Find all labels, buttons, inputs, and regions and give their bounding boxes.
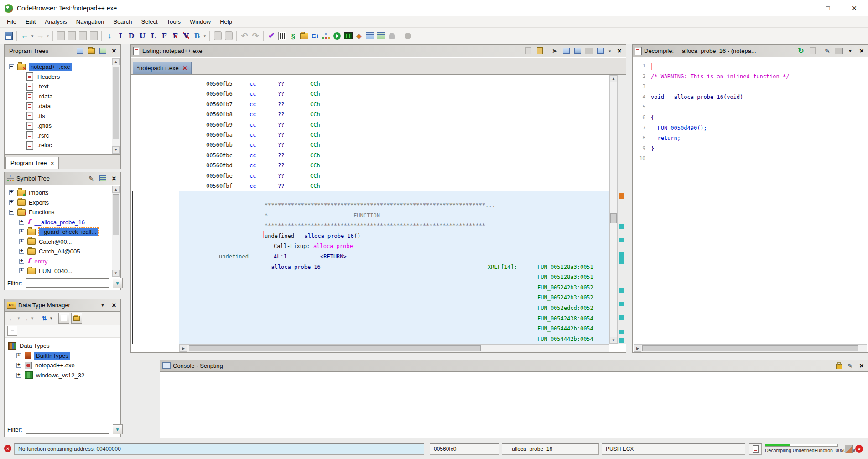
scroll-right-icon[interactable] [634, 345, 641, 352]
tree-row[interactable]: notepad++.exe [5, 361, 120, 371]
cancel-task-icon[interactable] [855, 445, 863, 453]
cursor-select-icon[interactable]: ➤ [551, 47, 559, 55]
listing-row[interactable]: 00560fbdcc??CCh [131, 160, 609, 170]
maximize-button[interactable] [815, 0, 841, 16]
xref-link[interactable]: FUN_005242b3:0052 [537, 293, 593, 303]
menu-file[interactable]: File [2, 17, 21, 26]
tree-row[interactable]: .rsrc [5, 131, 111, 141]
expand-icon[interactable] [9, 190, 14, 195]
goto-symbol-icon[interactable] [99, 175, 107, 183]
code-line[interactable]: 3 [634, 82, 868, 92]
scroll-up-icon[interactable] [112, 58, 120, 65]
scroll-down-icon[interactable] [610, 337, 617, 344]
tree-row[interactable]: Headers [5, 72, 111, 82]
symbol-filter-input[interactable] [26, 278, 109, 288]
scroll-down-icon[interactable] [112, 146, 120, 153]
script-manager-icon[interactable] [288, 31, 299, 41]
register-view-icon[interactable] [375, 31, 386, 41]
listing-row[interactable]: 00560fb9cc??CCh [131, 120, 609, 130]
tree-label-selected[interactable]: BuiltInTypes [34, 352, 70, 360]
clear-task-icon[interactable] [845, 445, 853, 453]
function-name-line[interactable]: __alloca_probe_16 XREF[14]: FUN_005128a3… [179, 262, 609, 273]
tree-label[interactable]: .text [37, 83, 49, 90]
tree-label[interactable]: __alloca_probe_16 [34, 219, 85, 226]
close-tab-icon[interactable]: × [51, 160, 53, 166]
tree-row-root[interactable]: ➤ notepad++.exe [5, 62, 111, 72]
scrollbar-thumb[interactable] [113, 194, 119, 235]
tree-row-root[interactable]: Data Types [5, 341, 120, 351]
expand-icon[interactable] [19, 259, 24, 264]
tree-label[interactable]: Exports [29, 199, 49, 206]
listing-vscrollbar[interactable] [609, 75, 618, 344]
code-line[interactable]: 7 FUN_0050d490(); [634, 123, 868, 134]
dtm-filter-arrays-icon[interactable] [58, 313, 69, 324]
listing-row[interactable]: 00560fb5cc??CCh [131, 79, 609, 89]
menu-edit[interactable]: Edit [21, 17, 40, 26]
edit-console-icon[interactable] [846, 362, 854, 370]
tree-row[interactable]: .text [5, 82, 111, 92]
dtm-sync-icon[interactable]: ⇅ [40, 313, 49, 324]
xref-link[interactable]: FUN_0052edcd:0052 [537, 303, 593, 314]
reorder-tree-icon[interactable] [99, 47, 107, 55]
close-symbol-tree-icon[interactable] [110, 175, 118, 183]
call-fixup-line[interactable]: Call-Fixup: alloca_probe [179, 241, 609, 252]
toggle-header-icon[interactable] [562, 47, 570, 55]
scrollbar-thumb[interactable] [610, 213, 617, 223]
expand-icon[interactable] [9, 200, 14, 205]
tree-row[interactable]: windows_vs12_32 [5, 371, 120, 381]
diff-view-icon[interactable] [573, 47, 582, 55]
dtm-filter-input[interactable] [26, 425, 109, 434]
listing-row[interactable]: 00560fb7cc??CCh [131, 99, 609, 109]
listing-display-icon[interactable] [596, 47, 604, 55]
expand-icon[interactable] [16, 373, 21, 378]
xref-link[interactable]: FUN_005242b3:0052 [537, 283, 593, 293]
scrollbar-thumb[interactable] [113, 67, 119, 139]
paste-icon[interactable] [535, 47, 544, 55]
code-line[interactable]: 6{ [634, 113, 868, 123]
validate-icon[interactable] [266, 31, 277, 41]
collapse-icon[interactable] [9, 210, 14, 215]
listing-row[interactable]: 00560fb8cc??CCh [131, 109, 609, 119]
create-label-icon[interactable]: L [148, 31, 159, 41]
open-tree-folder-icon[interactable] [87, 47, 95, 55]
dtm-menu-dropdown-icon[interactable] [99, 301, 107, 309]
menu-navigation[interactable]: Navigation [72, 17, 109, 26]
run-icon[interactable] [332, 31, 343, 41]
code-line[interactable]: 4void __alloca_probe_16(void) [634, 92, 868, 103]
tree-label[interactable]: .rdata [37, 93, 52, 100]
tree-row[interactable]: .tls [5, 111, 111, 121]
new-tree-icon[interactable] [76, 47, 84, 55]
collapse-icon[interactable] [9, 64, 14, 69]
return-line[interactable]: undefined AL:1 <RETURN> [179, 252, 609, 262]
close-tab-icon[interactable]: ✕ [182, 65, 187, 72]
menu-help[interactable]: Help [215, 17, 237, 26]
tree-label[interactable]: .data [37, 103, 51, 109]
delete-function-icon[interactable]: F [170, 31, 181, 41]
listing-row[interactable]: 00560fbacc??CCh [131, 130, 609, 140]
scroll-down-icon[interactable] [112, 270, 120, 277]
decompile-hscrollbar[interactable] [634, 344, 867, 352]
code-line[interactable]: 8 return; [634, 133, 868, 144]
filter-options-icon[interactable] [113, 424, 123, 434]
tree-label-root[interactable]: notepad++.exe [29, 63, 72, 71]
listing-row[interactable]: 00560fbfcc??CCh [131, 181, 609, 191]
menu-tools[interactable]: Tools [162, 17, 185, 26]
filter-options-icon[interactable] [113, 278, 123, 288]
scroll-right-icon[interactable] [180, 345, 187, 352]
expand-icon[interactable] [19, 239, 24, 244]
code-line[interactable]: 1 [634, 61, 868, 72]
expand-icon[interactable] [16, 353, 21, 358]
xref-link[interactable]: FUN_0054442b:0054 [537, 334, 593, 344]
edit-function-icon[interactable] [823, 47, 832, 55]
menu-select[interactable]: Select [136, 17, 162, 26]
close-console-icon[interactable] [858, 362, 866, 370]
delete-variable-icon[interactable]: V [181, 31, 192, 41]
tree-label[interactable]: Catch_All@005... [39, 248, 85, 255]
tab-notepad-exe[interactable]: *notepad++.exe ✕ [133, 62, 192, 74]
save-icon[interactable] [3, 31, 14, 41]
expand-icon[interactable] [19, 229, 24, 234]
tree-label[interactable]: .reloc [37, 142, 52, 149]
create-undefined-icon[interactable]: U [137, 31, 148, 41]
scrollbar-thumb[interactable] [189, 345, 481, 351]
tree-label[interactable]: .gfids [37, 122, 52, 129]
